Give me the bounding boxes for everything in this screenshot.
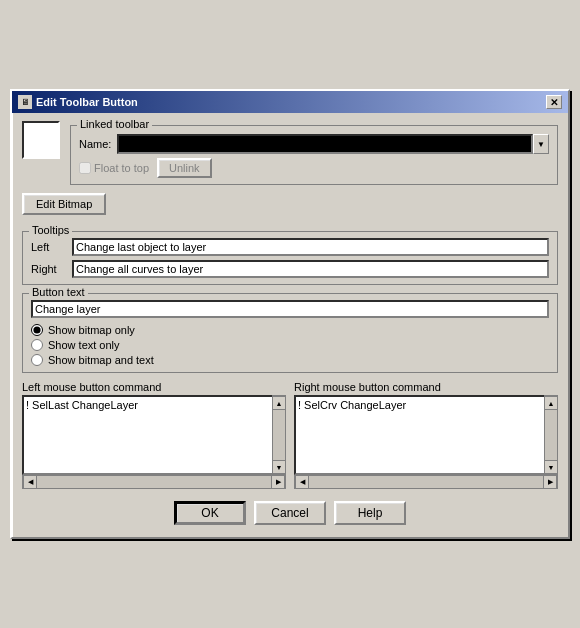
left-scroll-right[interactable]: ▶: [271, 475, 285, 489]
right-scroll-track-h[interactable]: [309, 476, 543, 488]
dialog-window: 🖥 Edit Toolbar Button ✕ Linked toolbar N…: [10, 89, 570, 539]
title-bar-left: 🖥 Edit Toolbar Button: [18, 95, 138, 109]
dialog-content: Linked toolbar Name: ▼ Float to top Unli…: [12, 113, 568, 537]
title-bar: 🖥 Edit Toolbar Button ✕: [12, 91, 568, 113]
left-scrollbar-v[interactable]: ▲ ▼: [272, 395, 286, 475]
left-scroll-track-v[interactable]: [273, 410, 285, 460]
left-scroll-left[interactable]: ◀: [23, 475, 37, 489]
right-command-label: Right mouse button command: [294, 381, 558, 393]
radio-text-only[interactable]: Show text only: [31, 339, 549, 351]
tooltip-left-label: Left: [31, 241, 66, 253]
name-row: Name: ▼: [79, 134, 549, 154]
right-scrollbar-h-wrap: ◀ ▶: [294, 475, 558, 489]
right-command-wrap: ▲ ▼: [294, 395, 558, 475]
float-unlink-row: Float to top Unlink: [79, 158, 549, 178]
linked-toolbar-group: Linked toolbar Name: ▼ Float to top Unli…: [70, 125, 558, 185]
bitmap-preview: [22, 121, 60, 159]
tooltips-group: Tooltips Left Right: [22, 231, 558, 285]
tooltip-right-label: Right: [31, 263, 66, 275]
name-input[interactable]: [117, 134, 533, 154]
right-scroll-down[interactable]: ▼: [544, 460, 558, 474]
left-scrollbar-h-wrap: ◀ ▶: [22, 475, 286, 489]
left-scrollbar-h[interactable]: ◀ ▶: [22, 475, 286, 489]
right-scroll-up[interactable]: ▲: [544, 396, 558, 410]
cancel-button[interactable]: Cancel: [254, 501, 326, 525]
tooltip-right-input[interactable]: [72, 260, 549, 278]
combo-dropdown-btn[interactable]: ▼: [533, 134, 549, 154]
left-command-label: Left mouse button command: [22, 381, 286, 393]
close-button[interactable]: ✕: [546, 95, 562, 109]
left-scroll-down[interactable]: ▼: [272, 460, 286, 474]
float-to-top-label: Float to top: [79, 162, 149, 174]
left-scroll-track-h[interactable]: [37, 476, 271, 488]
ok-button[interactable]: OK: [174, 501, 246, 525]
float-to-top-checkbox[interactable]: [79, 162, 91, 174]
tooltips-legend: Tooltips: [29, 224, 72, 236]
name-label: Name:: [79, 138, 111, 150]
button-text-input[interactable]: [31, 300, 549, 318]
right-command-box: Right mouse button command ▲ ▼ ◀ ▶: [294, 381, 558, 489]
radio-group: Show bitmap only Show text only Show bit…: [31, 324, 549, 366]
right-scroll-left[interactable]: ◀: [295, 475, 309, 489]
radio-text-only-input[interactable]: [31, 339, 43, 351]
tooltip-right-row: Right: [31, 260, 549, 278]
right-scrollbar-h[interactable]: ◀ ▶: [294, 475, 558, 489]
name-combo: ▼: [117, 134, 549, 154]
linked-toolbar-legend: Linked toolbar: [77, 118, 152, 130]
radio-bitmap-and-text[interactable]: Show bitmap and text: [31, 354, 549, 366]
dialog-icon: 🖥: [18, 95, 32, 109]
dialog-title: Edit Toolbar Button: [36, 96, 138, 108]
tooltip-left-input[interactable]: [72, 238, 549, 256]
button-text-group: Button text Show bitmap only Show text o…: [22, 293, 558, 373]
radio-bitmap-only[interactable]: Show bitmap only: [31, 324, 549, 336]
tooltip-left-row: Left: [31, 238, 549, 256]
right-scroll-track-v[interactable]: [545, 410, 557, 460]
right-scroll-right[interactable]: ▶: [543, 475, 557, 489]
edit-bitmap-row: Edit Bitmap: [22, 193, 558, 223]
unlink-button[interactable]: Unlink: [157, 158, 212, 178]
right-command-textarea[interactable]: [294, 395, 544, 475]
radio-bitmap-and-text-input[interactable]: [31, 354, 43, 366]
help-button[interactable]: Help: [334, 501, 406, 525]
left-command-textarea[interactable]: [22, 395, 272, 475]
command-section: Left mouse button command ▲ ▼ ◀ ▶: [22, 381, 558, 489]
button-text-legend: Button text: [29, 286, 88, 298]
radio-bitmap-only-input[interactable]: [31, 324, 43, 336]
bottom-buttons: OK Cancel Help: [22, 497, 558, 529]
edit-bitmap-button[interactable]: Edit Bitmap: [22, 193, 106, 215]
left-command-box: Left mouse button command ▲ ▼ ◀ ▶: [22, 381, 286, 489]
left-scroll-up[interactable]: ▲: [272, 396, 286, 410]
right-scrollbar-v[interactable]: ▲ ▼: [544, 395, 558, 475]
top-section: Linked toolbar Name: ▼ Float to top Unli…: [22, 121, 558, 185]
left-command-wrap: ▲ ▼: [22, 395, 286, 475]
